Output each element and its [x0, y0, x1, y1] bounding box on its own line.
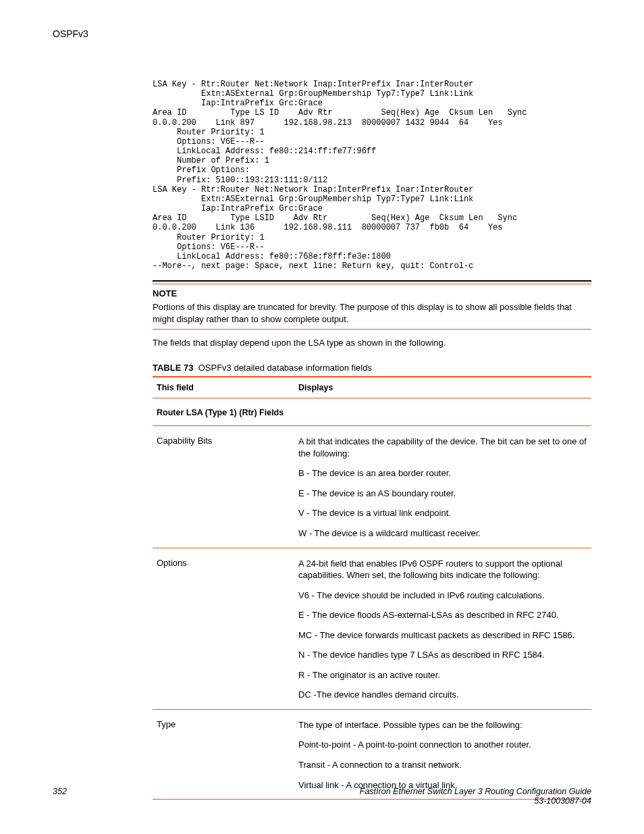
table-para: A bit that indicates the capability of t…	[298, 436, 587, 459]
info-table: This field Displays Router LSA (Type 1) …	[153, 376, 591, 800]
table-row: Capability Bits A bit that indicates the…	[153, 426, 591, 548]
intro-paragraph: The fields that display depend upon the …	[153, 338, 591, 348]
table-para: E - The device is an AS boundary router.	[298, 488, 587, 500]
table-section-row: Router LSA (Type 1) (Rtr) Fields	[153, 398, 591, 426]
table-section-cell: Router LSA (Type 1) (Rtr) Fields	[153, 398, 591, 426]
table-cell-field: Options	[153, 548, 294, 709]
table-para: B - The device is an area border router.	[298, 467, 587, 479]
table-row: Options A 24-bit field that enables IPv6…	[153, 548, 591, 709]
table-header-field: This field	[153, 377, 294, 398]
table-header-row: This field Displays	[153, 377, 591, 398]
table-para: Transit - A connection to a transit netw…	[298, 759, 587, 771]
footer-docnum: 53-1003087-04	[534, 796, 591, 806]
table-para: R - The originator is an active router.	[298, 669, 587, 681]
page-content: LSA Key - Rtr:Router Net:Network Inap:In…	[153, 80, 591, 800]
page-header: OSPFv3	[53, 28, 591, 39]
note-heading: NOTE	[153, 288, 591, 298]
note-bottom-rule	[153, 329, 591, 330]
table-header-displays: Displays	[294, 377, 591, 398]
table-cell-displays: A 24-bit field that enables IPv6 OSPF ro…	[294, 548, 591, 709]
table-row: Type The type of interface. Possible typ…	[153, 709, 591, 799]
cli-output: LSA Key - Rtr:Router Net:Network Inap:In…	[153, 80, 591, 271]
table-para: A 24-bit field that enables IPv6 OSPF ro…	[298, 558, 587, 581]
table-para: V - The device is a virtual link endpoin…	[298, 507, 587, 519]
table-cell-field: Type	[153, 709, 294, 799]
footer-title: FastIron Ethernet Switch Layer 3 Routing…	[360, 787, 591, 796]
table-para: N - The device handles type 7 LSAs as de…	[298, 649, 587, 661]
page-footer: 352 FastIron Ethernet Switch Layer 3 Rou…	[53, 787, 591, 806]
table-caption-label: TABLE 73	[153, 363, 193, 373]
note-body: Portions of this display are truncated f…	[153, 301, 591, 325]
table-caption-text: OSPFv3 detailed database information fie…	[198, 363, 372, 373]
table-caption: TABLE 73 OSPFv3 detailed database inform…	[153, 363, 591, 373]
page-number: 352	[53, 787, 67, 796]
table-para: W - The device is a wildcard multicast r…	[298, 527, 587, 540]
table-para: V6 - The device should be included in IP…	[298, 590, 587, 602]
table-para: E - The device floods AS-external-LSAs a…	[298, 609, 587, 621]
table-para: MC - The device forwards multicast packe…	[298, 629, 587, 642]
table-para: Point-to-point - A point-to-point connec…	[298, 739, 587, 751]
table-cell-displays: A bit that indicates the capability of t…	[294, 426, 591, 548]
table-cell-field: Capability Bits	[153, 426, 294, 548]
table-cell-displays: The type of interface. Possible types ca…	[294, 709, 591, 799]
table-para: The type of interface. Possible types ca…	[298, 719, 587, 731]
divider	[153, 280, 591, 282]
note-top-rule	[153, 284, 591, 284]
table-para: DC -The device handles demand circuits.	[298, 689, 587, 701]
